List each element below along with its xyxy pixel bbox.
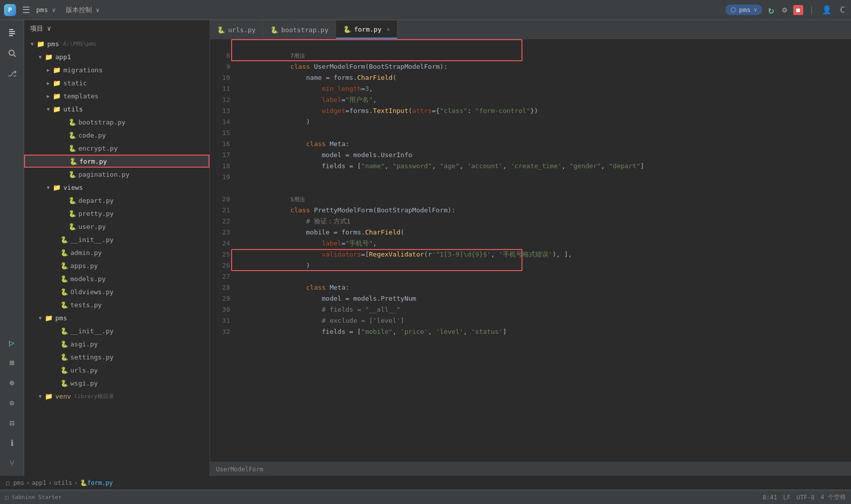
pms-badge[interactable]: ⬡ pms ∨ [725,5,762,15]
tree-item-bootstrap-py[interactable]: 🐍 bootstrap.py [24,115,209,129]
py-icon-urls: 🐍 [60,366,68,374]
status-indent[interactable]: 4 个空格 [821,493,846,501]
tree-item-code-py[interactable]: 🐍 code.py [24,129,209,142]
tree-item-pretty-py[interactable]: 🐍 pretty.py [24,207,209,220]
py-icon-user: 🐍 [68,223,76,230]
activity-files[interactable] [3,24,21,42]
folder-icon-app1: 📁 [44,53,53,61]
label-code-py: code.py [78,132,106,139]
activity-search[interactable] [3,44,21,62]
sidebar-header[interactable]: 项目 ∨ [24,20,209,37]
label-oldviews-py: Oldviews.py [70,288,114,296]
menu-icon[interactable]: ☰ [20,3,32,17]
tree-item-tests-py[interactable]: 🐍 tests.py [24,298,209,311]
version-arrow[interactable]: ∨ [96,7,99,14]
tree-item-oldviews-py[interactable]: 🐍 Oldviews.py [24,285,209,298]
tree-item-wsgi-py[interactable]: 🐍 wsgi.py [24,376,209,390]
status-tabnine[interactable]: □ tabnine Starter [5,494,62,500]
code-line-12: widget=forms.TextInput(attrs={"class": "… [243,94,843,105]
tree-item-models-py[interactable]: 🐍 models.py [24,272,209,285]
py-icon-models: 🐍 [60,275,68,283]
tree-item-settings-py[interactable]: 🐍 settings.py [24,350,209,363]
project-dropdown[interactable]: pms [36,6,48,14]
activity-plugin[interactable]: ⊞ [3,353,21,371]
tree-item-pagination-py[interactable]: 🐍 pagination.py [24,168,209,181]
code-line-9: name = forms.CharField( [243,61,843,72]
gear-icon[interactable]: ⚙ [780,3,789,17]
activity-deploy[interactable]: ⊙ [3,394,21,412]
bc-utils: utils [54,479,72,486]
svg-line-5 [14,55,16,57]
label-asgi-py: asgi.py [70,340,98,348]
py-icon-wsgi: 🐍 [60,380,68,387]
tree-item-pms-init[interactable]: 🐍 __init__.py [24,324,209,337]
status-encoding[interactable]: UTF-8 [796,494,814,501]
label-init-py: __init__.py [70,236,114,243]
label-wsgi-py: wsgi.py [70,380,98,387]
tree-item-form-py[interactable]: 🐍 form.py [24,155,209,168]
tree-item-static[interactable]: ▶ 📁 static [24,76,209,89]
py-icon-pagination: 🐍 [68,171,76,178]
code-content[interactable]: 8 9 10 11 12 13 14 15 16 17 18 19 20 21 … [210,39,851,462]
tab-icon-urls: 🐍 [217,26,225,34]
tab-bar: 🐍 urls.py 🐍 bootstrap.py 🐍 form.py ✕ [210,20,851,39]
bc-pms: □ pms [6,479,24,486]
code-line-32 [243,326,843,337]
activity-run[interactable]: ▷ [3,333,21,351]
tree-item-venv[interactable]: ▼ 📁 venv library根目录 [24,390,209,403]
project-arrow[interactable]: ∨ [52,7,55,14]
tree-item-user-py[interactable]: 🐍 user.py [24,220,209,233]
tree-item-templates[interactable]: ▶ 📁 templates [24,89,209,102]
tree-item-encrypt-py[interactable]: 🐍 encrypt.py [24,142,209,155]
tab-close-form[interactable]: ✕ [387,26,390,33]
tab-urls[interactable]: 🐍 urls.py [210,21,263,39]
activity-info[interactable]: ℹ [3,434,21,452]
tree-item-utils[interactable]: ▼ 📁 utils [24,102,209,115]
tab-bootstrap[interactable]: 🐍 bootstrap.py [263,21,336,39]
code-line-22: mobile = forms.CharField( [243,216,843,227]
tab-icon-bootstrap: 🐍 [270,26,278,34]
tree-item-views[interactable]: ▼ 📁 views [24,181,209,194]
bc-sep2: › [48,479,52,486]
tree-item-admin-py[interactable]: 🐍 admin.py [24,246,209,259]
stop-button[interactable]: ■ [793,5,803,15]
label-views: views [63,184,83,191]
arrow-views: ▼ [44,185,52,190]
version-control[interactable]: 版本控制 [66,6,92,15]
tree-item-asgi-py[interactable]: 🐍 asgi.py [24,337,209,350]
user-icon[interactable]: 👤 [820,3,834,17]
tree-item-urls-py[interactable]: 🐍 urls.py [24,363,209,376]
code-lines[interactable]: 7用法 class UserModelForm(BootStrapModelFo… [235,39,851,462]
py-icon-settings: 🐍 [60,353,68,361]
more-icon[interactable]: C [838,3,847,17]
breadcrumb: □ pms › app1 › utils › 🐍 form.py [0,476,851,490]
activity-git[interactable]: ⎇ [3,64,21,82]
arrow-pms: ▼ [28,41,36,47]
tree-item-migrations[interactable]: ▶ 📁 migrations [24,63,209,76]
label-urls-py: urls.py [70,366,98,374]
tree-item-depart-py[interactable]: 🐍 depart.py [24,194,209,207]
label-tests-py: tests.py [70,301,102,309]
tree-item-init-py[interactable]: 🐍 __init__.py [24,233,209,246]
sync-icon[interactable]: ↻ [766,2,776,18]
code-line-31: fields = ["mobile", 'price', 'level', 's… [243,315,843,326]
label-depart-py: depart.py [78,197,114,204]
code-line-16: model = models.UserInfo [243,139,843,150]
py-icon-encrypt: 🐍 [68,145,76,152]
tree-item-pms-root[interactable]: ▼ 📁 pms A:\PMS\pms [24,37,209,50]
arrow-templates: ▶ [44,93,52,99]
pms-badge-arrow: ∨ [754,7,757,13]
tree-item-pms-pkg[interactable]: ▼ 📁 pms [24,311,209,324]
tree-item-apps-py[interactable]: 🐍 apps.py [24,259,209,272]
arrow-migrations: ▶ [44,67,52,73]
tree-item-app1[interactable]: ▼ 📁 app1 [24,50,209,63]
code-line-19 [243,172,843,183]
folder-icon-pms-pkg: 📁 [44,314,53,322]
status-lf[interactable]: LF [783,494,790,501]
tab-form[interactable]: 🐍 form.py ✕ [336,21,397,39]
activity-layers[interactable]: ⊗ [3,373,21,392]
activity-git2[interactable]: ⑂ [3,454,21,472]
code-line-10: min_length=3, [243,72,843,83]
svg-rect-3 [9,35,13,36]
activity-monitor[interactable]: ⊡ [3,414,21,432]
